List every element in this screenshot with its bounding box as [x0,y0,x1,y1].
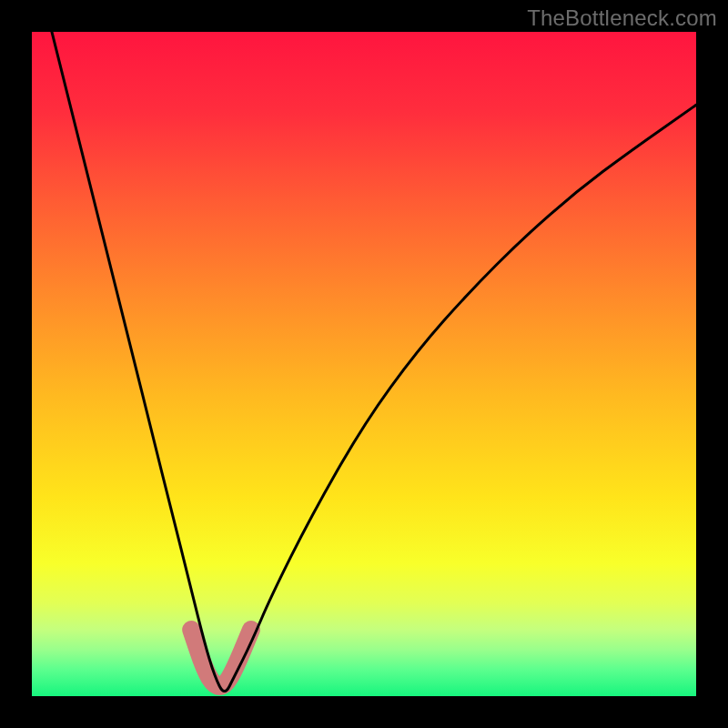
plot-area [32,32,696,696]
app-frame: TheBottleneck.com [0,0,728,728]
bottleneck-chart [32,32,696,696]
watermark-text: TheBottleneck.com [527,5,717,31]
heat-background [32,32,696,696]
